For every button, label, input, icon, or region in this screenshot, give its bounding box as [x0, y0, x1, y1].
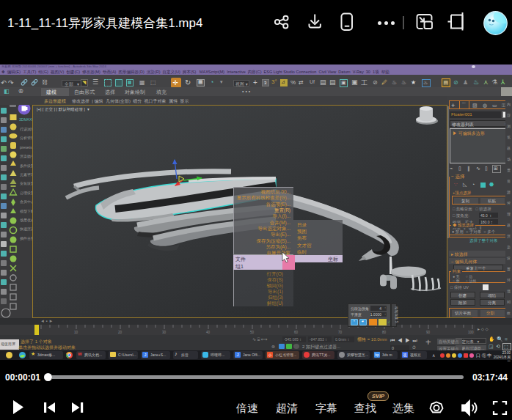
- svg-text:100: 100: [468, 331, 474, 334]
- svg-text:20: 20: [118, 331, 122, 334]
- svg-text:40: 40: [206, 331, 211, 334]
- svg-text:50: 50: [250, 331, 255, 334]
- svg-text:30: 30: [162, 331, 167, 334]
- svg-text:60: 60: [294, 331, 299, 334]
- svg-text:10: 10: [74, 331, 78, 334]
- svg-text:80: 80: [382, 331, 387, 334]
- svg-text:90: 90: [426, 331, 431, 334]
- svg-text:70: 70: [338, 331, 343, 334]
